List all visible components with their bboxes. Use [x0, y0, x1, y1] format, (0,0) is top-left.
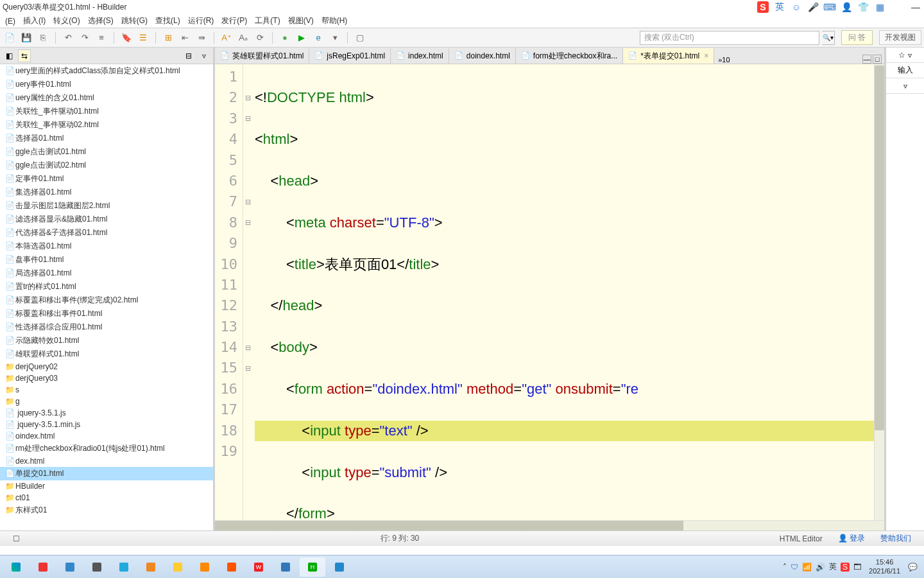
indent-icon[interactable]: ⇛ [194, 31, 209, 45]
tree-item[interactable]: 📄ggle点击测试02.html [0, 159, 213, 172]
ime-smile-icon[interactable]: ☺ [791, 1, 802, 13]
taskbar-media-icon[interactable] [111, 557, 137, 577]
ime-user-icon[interactable]: 👤 [841, 1, 852, 13]
device-icon[interactable]: ▢ [353, 31, 367, 45]
tree-item[interactable]: 📄本筛选器01.html [0, 240, 213, 253]
sidebar-menu-icon[interactable]: ▿ [198, 49, 210, 62]
save-all-icon[interactable]: ⎘ [36, 31, 50, 45]
taskbar-app-icon[interactable] [30, 557, 56, 577]
tree-item[interactable]: 📄代选择器&子选择器01.html [0, 226, 213, 240]
taskbar-image-icon[interactable] [327, 557, 352, 577]
menu-goto[interactable]: 跳转(G) [117, 15, 151, 26]
code-content[interactable]: <!DOCTYPE html> <html> <head> <meta char… [252, 64, 874, 520]
tree-item[interactable]: 📄标覆盖和移出事件(绑定完成)02.html [0, 293, 213, 307]
ime-grid-icon[interactable]: ▦ [874, 1, 886, 13]
right-panel-input[interactable]: 输入 [886, 63, 924, 78]
outdent-icon[interactable]: ⇤ [178, 31, 192, 45]
tree-item[interactable]: 📄ggle点击测试01.html [0, 145, 213, 159]
tree-item[interactable]: 📄rm处理checkbox和radio01(纯js处理01).html [0, 442, 213, 455]
text-aa-icon[interactable]: Aₐ [236, 31, 250, 45]
tree-item[interactable]: 📄滤选择器显示&隐藏01.html [0, 213, 213, 226]
menu-escape[interactable]: 转义(O) [49, 15, 83, 26]
taskbar-picture-icon[interactable] [273, 557, 298, 577]
sidebar-tab-link[interactable]: ⇆ [18, 49, 31, 62]
tree-folder[interactable]: 📁HBuilder [0, 480, 213, 492]
tray-battery-icon[interactable]: 🗔 [853, 563, 861, 572]
save-icon[interactable]: 💾 [19, 31, 33, 45]
search-dropdown-icon[interactable]: 🔍▾ [822, 31, 835, 45]
sidebar-tab-1[interactable]: ◧ [3, 49, 15, 62]
more-browser-icon[interactable]: ▾ [328, 31, 342, 45]
tree-item[interactable]: 📄性选择器综合应用01.html [0, 320, 213, 334]
taskbar-settings-icon[interactable] [84, 557, 110, 577]
dev-view-button[interactable]: 开发视图 [879, 30, 921, 45]
tree-item[interactable]: 📄定事件01.html [0, 172, 213, 186]
tree-item[interactable]: 📄dex.html [0, 455, 213, 467]
tree-item[interactable]: 📄uery属性的含义01.html [0, 91, 213, 105]
tree-item[interactable]: 📄 jquery-3.5.1.min.js [0, 419, 213, 430]
search-input[interactable]: 搜索 (双击Ctrl) [640, 31, 819, 45]
taskbar-search-icon[interactable] [138, 557, 164, 577]
taskbar-wps-icon[interactable]: W [246, 557, 271, 577]
close-tab-icon[interactable]: × [704, 51, 708, 60]
status-donate-link[interactable]: 赞助我们 [873, 533, 919, 544]
tray-volume-icon[interactable]: 🔊 [816, 563, 825, 572]
tree-folder[interactable]: 📁s [0, 384, 213, 396]
editor-tab-active[interactable]: 📄*表单提交01.html× [623, 48, 714, 64]
editor-tab[interactable]: 📄jsRegExp01.html [309, 48, 391, 64]
menu-select[interactable]: 选择(S) [84, 15, 117, 26]
menu-edit[interactable]: (E) [1, 17, 19, 26]
editor-tab[interactable]: 📄index.html [391, 48, 449, 64]
menu-find[interactable]: 查找(L) [151, 15, 184, 26]
tree-folder[interactable]: 📁derjQuery03 [0, 372, 213, 384]
preview-icon[interactable]: ▶ [295, 31, 309, 45]
tree-folder[interactable]: 📁g [0, 396, 213, 407]
tree-item[interactable]: 📄关联性_事件驱动01.html [0, 105, 213, 118]
tray-notification-icon[interactable]: 💬 [908, 563, 918, 572]
redo-icon[interactable]: ↷ [78, 31, 92, 45]
ime-mic-icon[interactable]: 🎤 [807, 1, 819, 13]
menu-insert[interactable]: 插入(I) [19, 15, 49, 26]
menu-view[interactable]: 视图(V) [284, 15, 318, 26]
tab-max-icon[interactable]: □ [873, 55, 882, 64]
taskbar-clock[interactable]: 15:46 2021/6/11 [865, 558, 904, 575]
tree-folder[interactable]: 📁ct01 [0, 492, 213, 504]
minimize-icon[interactable]: — [910, 1, 921, 13]
tray-shield-icon[interactable]: 🛡 [791, 563, 798, 572]
add-tag-icon[interactable]: ⊞ [161, 31, 175, 45]
tree-item[interactable]: 📄雄联盟样式01.html [0, 347, 213, 361]
editor-tab[interactable]: 📄doindex.html [449, 48, 516, 64]
refresh-icon[interactable]: ⟳ [253, 31, 267, 45]
tree-item[interactable]: 📄选择器01.html [0, 132, 213, 145]
tree-item[interactable]: 📄集选择器01.html [0, 186, 213, 199]
ime-shirt-icon[interactable]: 👕 [857, 1, 869, 13]
file-tree[interactable]: 📄uery里面的样式addClass添加自定义样式01.html 📄uery事件… [0, 64, 213, 530]
sidebar-collapse-icon[interactable]: ⊟ [182, 49, 195, 62]
menu-run[interactable]: 运行(R) [184, 15, 218, 26]
system-tray[interactable]: ˄ 🛡 📶 🔊 英 S 🗔 15:46 2021/6/11 💬 [779, 558, 921, 575]
new-file-icon[interactable]: 📄 [3, 31, 17, 45]
taskbar-edge-icon[interactable] [3, 557, 29, 577]
qa-button[interactable]: 问 答 [841, 30, 873, 45]
text-a-icon[interactable]: A⁺ [219, 31, 234, 45]
taskbar-sublime-icon[interactable] [192, 557, 218, 577]
editor-tab[interactable]: 📄form处理checkbox和ra... [516, 48, 623, 64]
tree-item[interactable]: 📄oindex.html [0, 430, 213, 442]
tree-item[interactable]: 📄盘事件01.html [0, 253, 213, 267]
taskbar-hbuilder-icon[interactable]: H [300, 557, 325, 577]
tree-item[interactable]: 📄击显示图层1隐藏图层2.html [0, 199, 213, 213]
bookmark-icon[interactable]: 🔖 [119, 31, 133, 45]
tab-min-icon[interactable]: — [862, 55, 871, 64]
tree-item[interactable]: 📄示隐藏特效01.html [0, 334, 213, 347]
tree-folder[interactable]: 📁东样式01 [0, 504, 213, 517]
format-icon[interactable]: ≡ [94, 31, 108, 45]
taskbar-explorer-icon[interactable] [57, 557, 83, 577]
tray-wifi-icon[interactable]: 📶 [802, 563, 812, 572]
vertical-scrollbar[interactable] [874, 64, 884, 520]
status-login-link[interactable]: 👤 登录 [830, 533, 873, 544]
editor-tab[interactable]: 📄英雄联盟样式01.html [215, 48, 309, 64]
ime-icon-s[interactable]: S [757, 1, 769, 13]
menu-publish[interactable]: 发行(P) [218, 15, 251, 26]
select-icon[interactable]: ☰ [136, 31, 150, 45]
menu-help[interactable]: 帮助(H) [318, 15, 352, 26]
